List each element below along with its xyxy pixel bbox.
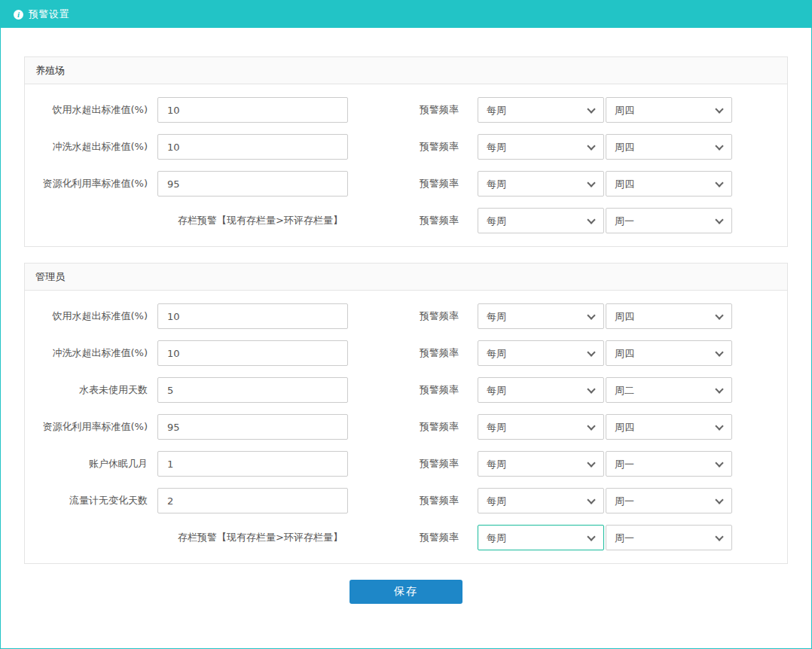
frequency-select-wrapper: 每周 — [478, 451, 604, 477]
setting-label: 资源化利用率标准值(%) — [31, 420, 148, 434]
section-body: 饮用水超出标准值(%)预警频率每周周四冲洗水超出标准值(%)预警频率每周周四水表… — [25, 291, 787, 563]
section-farm: 养殖场饮用水超出标准值(%)预警频率每周周四冲洗水超出标准值(%)预警频率每周周… — [24, 56, 788, 247]
warning-setting-row: 资源化利用率标准值(%)预警频率每周周四 — [31, 414, 787, 440]
frequency-select-wrapper: 每周 — [478, 303, 604, 329]
frequency-select-wrapper: 每周 — [478, 525, 604, 550]
warning-setting-row: 资源化利用率标准值(%)预警频率每周周四 — [31, 171, 787, 197]
frequency-select-wrapper: 每周 — [478, 97, 604, 123]
frequency-select-wrapper: 每周 — [478, 171, 604, 197]
frequency-select-wrapper: 每周 — [478, 414, 604, 440]
frequency-label: 预警频率 — [420, 494, 459, 507]
frequency-select[interactable]: 每周 — [478, 303, 604, 329]
threshold-input[interactable] — [157, 414, 348, 440]
warning-setting-row: 存栏预警【现有存栏量>环评存栏量】预警频率每周周一 — [31, 525, 787, 550]
threshold-input[interactable] — [157, 134, 348, 160]
frequency-select[interactable]: 每周 — [478, 525, 604, 550]
weekday-select[interactable]: 周二 — [606, 377, 732, 403]
frequency-label: 预警频率 — [420, 214, 459, 227]
info-icon: i — [14, 10, 23, 20]
frequency-label: 预警频率 — [420, 420, 459, 434]
section-title: 养殖场 — [25, 57, 787, 84]
frequency-label: 预警频率 — [420, 383, 459, 397]
weekday-select[interactable]: 周四 — [606, 134, 732, 160]
weekday-select-wrapper: 周二 — [606, 377, 732, 403]
frequency-label: 预警频率 — [420, 140, 459, 154]
frequency-select-wrapper: 每周 — [478, 340, 604, 366]
settings-content: 养殖场饮用水超出标准值(%)预警频率每周周四冲洗水超出标准值(%)预警频率每周周… — [1, 28, 811, 604]
frequency-select[interactable]: 每周 — [478, 488, 604, 513]
weekday-select-wrapper: 周一 — [606, 525, 732, 550]
frequency-label: 预警频率 — [420, 346, 459, 360]
threshold-input[interactable] — [157, 171, 348, 197]
warning-setting-row: 水表未使用天数预警频率每周周二 — [31, 377, 787, 403]
setting-label: 流量计无变化天数 — [31, 494, 148, 507]
weekday-select-wrapper: 周四 — [606, 340, 732, 366]
frequency-label: 预警频率 — [420, 531, 459, 544]
frequency-label: 预警频率 — [420, 457, 459, 471]
setting-label: 水表未使用天数 — [31, 383, 148, 397]
setting-label: 资源化利用率标准值(%) — [31, 177, 148, 190]
weekday-select-wrapper: 周四 — [606, 303, 732, 329]
frequency-select-wrapper: 每周 — [478, 377, 604, 403]
weekday-select[interactable]: 周一 — [606, 525, 732, 550]
weekday-select[interactable]: 周四 — [606, 414, 732, 440]
warning-setting-row: 冲洗水超出标准值(%)预警频率每周周四 — [31, 134, 787, 160]
page-header-bar: i 预警设置 — [1, 1, 811, 28]
warning-setting-row: 账户休眠几月预警频率每周周一 — [31, 451, 787, 477]
frequency-select[interactable]: 每周 — [478, 451, 604, 477]
setting-label: 冲洗水超出标准值(%) — [31, 346, 148, 360]
warning-setting-row: 冲洗水超出标准值(%)预警频率每周周四 — [31, 340, 787, 366]
threshold-input[interactable] — [157, 340, 348, 366]
warning-setting-row: 存栏预警【现有存栏量>环评存栏量】预警频率每周周一 — [31, 208, 787, 233]
weekday-select[interactable]: 周四 — [606, 171, 732, 197]
frequency-label: 预警频率 — [420, 309, 459, 323]
threshold-input[interactable] — [157, 97, 348, 123]
frequency-select-wrapper: 每周 — [478, 488, 604, 513]
setting-label: 冲洗水超出标准值(%) — [31, 140, 148, 154]
frequency-select[interactable]: 每周 — [478, 340, 604, 366]
frequency-select[interactable]: 每周 — [478, 414, 604, 440]
frequency-select[interactable]: 每周 — [478, 208, 604, 233]
section-admin: 管理员饮用水超出标准值(%)预警频率每周周四冲洗水超出标准值(%)预警频率每周周… — [24, 263, 788, 564]
weekday-select-wrapper: 周一 — [606, 488, 732, 513]
warning-settings-page: i 预警设置 养殖场饮用水超出标准值(%)预警频率每周周四冲洗水超出标准值(%)… — [0, 0, 812, 649]
frequency-label: 预警频率 — [420, 103, 459, 117]
weekday-select-wrapper: 周四 — [606, 97, 732, 123]
weekday-select[interactable]: 周四 — [606, 340, 732, 366]
frequency-select[interactable]: 每周 — [478, 171, 604, 197]
setting-label: 饮用水超出标准值(%) — [31, 309, 148, 323]
frequency-select[interactable]: 每周 — [478, 377, 604, 403]
section-title: 管理员 — [25, 264, 787, 291]
weekday-select[interactable]: 周四 — [606, 97, 732, 123]
stock-warning-rule-label: 存栏预警【现有存栏量>环评存栏量】 — [31, 531, 348, 544]
weekday-select[interactable]: 周一 — [606, 208, 732, 233]
save-button-row: 保存 — [24, 580, 788, 604]
stock-warning-rule-label: 存栏预警【现有存栏量>环评存栏量】 — [31, 214, 348, 227]
threshold-input[interactable] — [157, 377, 348, 403]
weekday-select[interactable]: 周四 — [606, 303, 732, 329]
frequency-select-wrapper: 每周 — [478, 208, 604, 233]
page-title: 预警设置 — [29, 8, 69, 21]
warning-setting-row: 饮用水超出标准值(%)预警频率每周周四 — [31, 303, 787, 329]
threshold-input[interactable] — [157, 488, 348, 513]
weekday-select-wrapper: 周一 — [606, 451, 732, 477]
frequency-select[interactable]: 每周 — [478, 134, 604, 160]
frequency-label: 预警频率 — [420, 177, 459, 190]
setting-label: 账户休眠几月 — [31, 457, 148, 471]
sections-container: 养殖场饮用水超出标准值(%)预警频率每周周四冲洗水超出标准值(%)预警频率每周周… — [24, 56, 788, 564]
threshold-input[interactable] — [157, 303, 348, 329]
frequency-select[interactable]: 每周 — [478, 97, 604, 123]
section-body: 饮用水超出标准值(%)预警频率每周周四冲洗水超出标准值(%)预警频率每周周四资源… — [25, 84, 787, 246]
weekday-select-wrapper: 周四 — [606, 414, 732, 440]
setting-label: 饮用水超出标准值(%) — [31, 103, 148, 117]
frequency-select-wrapper: 每周 — [478, 134, 604, 160]
save-button[interactable]: 保存 — [350, 580, 462, 604]
weekday-select[interactable]: 周一 — [606, 488, 732, 513]
warning-setting-row: 饮用水超出标准值(%)预警频率每周周四 — [31, 97, 787, 123]
weekday-select-wrapper: 周一 — [606, 208, 732, 233]
warning-setting-row: 流量计无变化天数预警频率每周周一 — [31, 488, 787, 513]
weekday-select-wrapper: 周四 — [606, 134, 732, 160]
threshold-input[interactable] — [157, 451, 348, 477]
weekday-select-wrapper: 周四 — [606, 171, 732, 197]
weekday-select[interactable]: 周一 — [606, 451, 732, 477]
